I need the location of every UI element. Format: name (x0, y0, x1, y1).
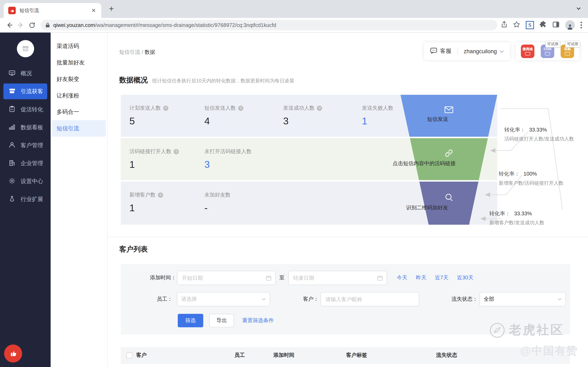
help-icon[interactable]: ? (317, 106, 322, 111)
app-badge-weimall[interactable]: 微商城 (521, 44, 534, 58)
breadcrumb-parent[interactable]: 短信引流 (119, 49, 140, 55)
conversion-rate-1: 转化率：33.33% 活码链接打开人数/发送成功人数 (504, 127, 588, 142)
stat-value: 5 (130, 115, 168, 127)
support-button[interactable]: 客服 (430, 47, 451, 55)
submenu-item-channel-qr[interactable]: 渠道活码 (51, 38, 107, 54)
app-switcher-card: 微商城 CRM 可试用 导购 (516, 42, 579, 60)
stat-value: 3 (283, 115, 322, 127)
chat-bubble-icon (430, 47, 437, 55)
quick-range-7days[interactable]: 近7天 (435, 275, 449, 281)
sidebar-item-dashboard[interactable]: 数据看板 (0, 118, 51, 136)
end-date-input[interactable] (288, 271, 387, 285)
extensions-puzzle-icon[interactable] (540, 21, 547, 29)
col-customer: 客户 (136, 352, 147, 359)
stat-label: 短信发送人数 (204, 105, 236, 111)
stat-label: 发送成功人数 (283, 105, 315, 111)
new-tab-button[interactable]: + (107, 4, 116, 14)
export-button[interactable]: 导出 (209, 314, 234, 327)
tab-close-icon[interactable]: ✕ (90, 7, 96, 14)
stat-value: 4 (204, 115, 243, 127)
sidebar-item-activation[interactable]: 促活转化 (0, 100, 51, 118)
main-content: 短信引流 / 数据 客服 zhangcuilong (108, 33, 588, 367)
customer-nickname-input[interactable] (320, 292, 419, 307)
username[interactable]: zhangcuilong (464, 48, 497, 54)
submenu-item-multi-code[interactable]: 多码合一 (51, 104, 107, 120)
app-badge-crm[interactable]: CRM 可试用 (541, 44, 554, 58)
stats-row-sms: 计划发送人数? 5 短信发送人数? 4 发送成功人数? 3 发送失败人数 1 (121, 95, 497, 137)
dashboard-icon (8, 69, 16, 78)
filter-button[interactable]: 筛选 (178, 314, 203, 327)
sidebar-item-overview[interactable]: 概况 (0, 64, 51, 82)
sidebar-item-label: 设置中心 (21, 178, 43, 185)
quick-range-today[interactable]: 今天 (397, 275, 407, 281)
conversion-formula: 活码链接打开人数/发送成功人数 (504, 136, 588, 142)
tiger-logo-icon (489, 322, 505, 338)
stats-row-link-open: 活码链接打开人数? 1 未打开活码链接人数 3 (121, 138, 497, 180)
submenu-item-friend-fission[interactable]: 好友裂变 (51, 71, 107, 87)
stat-value-link[interactable]: 1 (362, 115, 393, 127)
conversion-formula: 新增客户数/活码链接打开人数 (499, 180, 588, 187)
app-badge-guide[interactable]: 导购 可试用 (561, 44, 574, 58)
bag-icon (525, 52, 530, 55)
shop-avatar[interactable] (17, 40, 34, 57)
forward-icon[interactable] (15, 20, 26, 31)
reload-icon[interactable] (26, 20, 38, 31)
submenu-item-discount-fans[interactable]: 让利涨粉 (51, 87, 107, 104)
col-tags: 客户标签 (346, 352, 367, 359)
sidebar-item-acquisition[interactable]: 引流获客 (3, 83, 47, 99)
screen: 短信引流 ✕ + qiwei.youzan.com/wa/management#… (0, 0, 588, 367)
trial-badge: 可试用 (545, 41, 560, 47)
submenu-item-batch-add[interactable]: 批量加好友 (51, 54, 107, 71)
building-icon (8, 159, 16, 167)
primary-sidebar: 概况 引流获客 促活转化 数据看板 (0, 33, 51, 367)
support-label: 客服 (440, 48, 451, 55)
clipboard-icon (8, 105, 16, 114)
sidebar-item-settings[interactable]: 设置中心 (0, 172, 51, 190)
help-icon[interactable]: ? (158, 192, 163, 198)
browser-toolbar: qiwei.youzan.com/wa/management#/message/… (0, 18, 588, 33)
help-icon[interactable]: ? (163, 106, 168, 111)
browser-tab[interactable]: 短信引流 ✕ (4, 3, 101, 18)
chevron-down-icon[interactable] (500, 48, 504, 54)
sidebar-item-label: 行业扩展 (21, 196, 43, 203)
churn-status-select[interactable]: 全部 (480, 292, 566, 307)
col-churn: 流失状态 (436, 352, 457, 359)
sidebar-item-industry[interactable]: 行业扩展 (0, 190, 51, 208)
help-icon[interactable]: ? (173, 149, 179, 154)
side-panel-icon[interactable] (553, 21, 560, 29)
tab-search-chevron-icon[interactable] (576, 6, 581, 13)
stat-label: 计划发送人数 (130, 105, 161, 111)
chevron-down-icon (558, 298, 562, 301)
conversion-rate-value: 33.33% (514, 210, 532, 216)
staff-label: 员工： (121, 296, 172, 303)
bookmark-star-icon[interactable] (513, 21, 520, 29)
stat-value-link[interactable]: 3 (204, 159, 251, 170)
flask-icon (8, 195, 16, 203)
youzan-thumb-icon[interactable] (4, 345, 22, 363)
sidebar-item-label: 引流获客 (21, 88, 43, 95)
overview-title: 数据概况 (119, 75, 148, 85)
profile-icon[interactable] (565, 20, 575, 30)
select-all-checkbox[interactable] (126, 352, 132, 358)
sidebar-item-enterprise[interactable]: 企业管理 (0, 154, 51, 172)
app-badge-label: CRM (544, 47, 552, 51)
submenu-item-sms-drainage[interactable]: 短信引流 (52, 120, 106, 137)
s-extension-icon[interactable]: S (526, 21, 534, 29)
help-icon[interactable]: ? (238, 106, 243, 111)
browser-tab-strip: 短信引流 ✕ + (0, 0, 588, 18)
stat-label: 发送失败人数 (362, 105, 393, 111)
quick-range-yesterday[interactable]: 昨天 (416, 275, 426, 281)
sidebar-item-customers[interactable]: 客户管理 (0, 136, 51, 154)
share-icon[interactable] (501, 21, 507, 29)
start-date-input[interactable] (177, 271, 276, 285)
back-icon[interactable] (4, 20, 15, 31)
sidebar-item-label: 促活转化 (21, 106, 43, 113)
staff-select[interactable]: 请选择 (177, 292, 270, 307)
conversion-rate-2: 转化率：100% 新增客户数/活码链接打开人数 (499, 171, 588, 187)
conversion-rate-value: 100% (523, 171, 537, 177)
toolbar-actions: S (501, 20, 584, 30)
reset-filters-link[interactable]: 重置筛选条件 (242, 317, 274, 324)
url-bar[interactable]: qiwei.youzan.com/wa/management#/message/… (40, 20, 497, 30)
menu-kebab-icon[interactable] (580, 22, 582, 29)
quick-range-30days[interactable]: 近30天 (457, 275, 474, 281)
